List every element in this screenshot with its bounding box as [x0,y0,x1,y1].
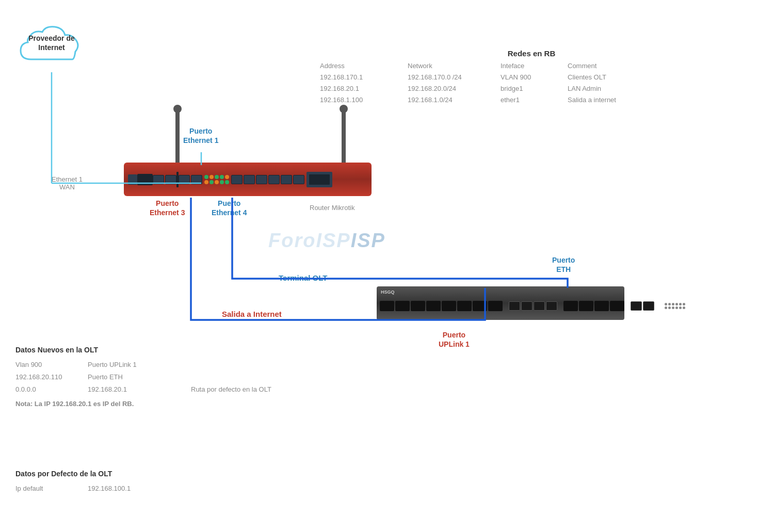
mikrotik-router [124,163,377,201]
eth-port-6 [244,175,255,184]
olt-pon-port-4 [426,301,441,311]
dn-row3-col2: 192.168.20.1 [88,384,191,395]
led-5 [225,175,229,179]
olt-device: HSGQ [377,286,624,323]
salida-internet-label: Salida a Internet [222,310,282,318]
olt-pon-port-6 [457,301,472,311]
olt-uplink-port-1 [563,301,578,311]
datos-defecto-section: Datos por Defecto de la OLT Ip default 1… [15,470,273,494]
port-group-3 [231,175,304,184]
datos-defecto-title: Datos por Defecto de la OLT [15,470,273,478]
port-label-uplink: Puerto UPLink 1 [439,330,470,349]
eth-port-1 [153,175,164,184]
led-10 [225,180,229,184]
led-6 [204,180,208,184]
redes-grid: Address Network Inteface Comment 192.168… [320,62,743,106]
led-7 [209,180,214,184]
olt-eth-4 [546,301,557,311]
usb-port [128,174,137,185]
olt-pon-port-1 [380,301,394,311]
datos-nuevos-section: Datos Nuevos en la OLT Vlan 900 Puerto U… [15,346,366,410]
eth-port-8 [268,175,280,184]
dn-row3-col3: Ruta por defecto en la OLT [191,384,366,395]
olt-body: HSGQ [377,286,624,320]
sfp-port [137,174,153,185]
olt-uplink-port-4 [610,301,624,311]
port-label-ethernet3: Puerto Ethernet 3 [150,199,185,217]
led-4 [220,175,224,179]
row1-comment: Clientes OLTLAN AdminSalida a internet [568,72,671,106]
dn-row1-col3 [191,359,366,370]
row1-address: 192.168.170.1192.168.20.1192.168.1.100 [320,72,408,106]
olt-uplink-port-2 [579,301,593,311]
port-group-1 [153,175,176,184]
datos-nuevos-note: Nota: La IP 192.168.20.1 es IP del RB. [15,398,366,410]
led-1 [204,175,208,179]
eth-port-9 [281,175,292,184]
dn-row1-col1: Vlan 900 [15,359,88,370]
olt-eth-2 [521,301,533,311]
cloud-shape: Proveedor de Internet [15,21,88,72]
port-label-ethernet1: Puerto Ethernet 1 [183,126,218,145]
dn-row1-col2: Puerto UPLink 1 [88,359,191,370]
dn-row2-col1: 192.168.20.110 [15,372,88,383]
port-label-eth-olt: Puerto ETH [552,255,575,274]
olt-rj45-2 [643,301,654,311]
olt-uplink-port-3 [594,301,609,311]
led-9 [220,180,224,184]
dn-row2-col2: Puerto ETH [88,372,191,383]
led-3 [215,175,219,179]
eth-port-5 [231,175,243,184]
row1-interface: VLAN 900bridge1ether1 [501,72,568,106]
olt-pon-port-2 [395,301,410,311]
antenna-left [175,111,180,165]
eth-port-7 [256,175,267,184]
eth-port-3 [179,175,190,184]
cloud-label: Proveedor de Internet [15,34,88,52]
device-body [124,163,372,196]
terminal-olt-label: Terminal OLT [279,273,327,282]
olt-eth-1 [509,301,520,311]
dn-row3-col1: 0.0.0.0 [15,384,88,395]
led-8 [215,180,219,184]
dd-value: 192.168.100.1 [88,483,191,494]
datos-defecto-grid: Ip default 192.168.100.1 [15,483,273,494]
olt-rj45-1 [631,301,642,311]
col-header-interface: Inteface [501,62,568,70]
dn-row2-col3 [191,372,366,383]
router-label: Router Mikrotik [310,204,354,212]
datos-nuevos-title: Datos Nuevos en la OLT [15,346,366,354]
led-2 [209,175,214,179]
eth-port-4 [191,175,202,184]
col-header-comment: Comment [568,62,671,70]
row1-network: 192.168.170.0 /24192.168.20.0/24192.168.… [408,72,501,106]
redes-table: Redes en RB Address Network Inteface Com… [320,49,743,106]
port-label-ethernet4: Puerto Ethernet 4 [212,199,247,217]
port-group-2 [179,175,202,184]
eth-port-2 [165,175,176,184]
wan-label: Ethernet 1 WAN [52,175,83,191]
olt-pon-port-8 [488,301,503,311]
antenna-right [342,111,346,165]
olt-pon-port-5 [442,301,456,311]
col-header-network: Network [408,62,501,70]
olt-pon-port-7 [473,301,487,311]
led-group [204,175,229,184]
col-header-address: Address [320,62,408,70]
watermark: ForoISPISP [268,230,385,252]
redes-title: Redes en RB [320,49,743,58]
olt-pon-port-3 [411,301,425,311]
eth-port-10 [293,175,304,184]
datos-nuevos-grid: Vlan 900 Puerto UPLink 1 192.168.20.110 … [15,359,366,395]
olt-eth-3 [534,301,545,311]
dd-label: Ip default [15,483,88,494]
